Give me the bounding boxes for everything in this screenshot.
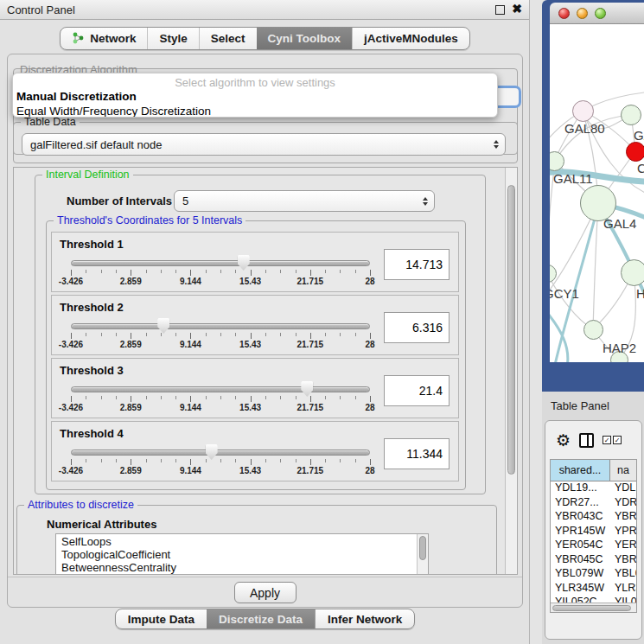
minimize-traffic-light[interactable]	[577, 8, 588, 19]
tab-impute-data[interactable]: Impute Data	[116, 609, 207, 628]
threshold-4-label: Threshold 4	[60, 427, 124, 440]
node-label-gcy1: GCY1	[550, 286, 579, 301]
slider-ticks	[71, 395, 370, 402]
dropdown-option-equal-width-frequency[interactable]: Equal Width/Frequency Discretization	[13, 104, 497, 118]
settings-scrollpane: Interval Definition Number of Intervals …	[13, 167, 518, 575]
table-panel-section: Table Panel ⚙ ✓ ✓ shared... na YDL19...Y…	[542, 392, 644, 644]
checkbox-icon[interactable]: ✓	[613, 436, 622, 444]
tab-infer-network[interactable]: Infer Network	[315, 609, 414, 628]
number-of-intervals-label: Number of Intervals	[67, 194, 172, 207]
gear-icon[interactable]: ⚙	[556, 432, 571, 449]
table-row[interactable]: YBR043CYBR0	[551, 510, 636, 525]
network-node-hap2[interactable]	[583, 320, 603, 340]
tab-label: Infer Network	[328, 613, 402, 626]
threshold-2-slider[interactable]: -3.4262.8599.14415.4321.71528	[71, 320, 370, 349]
table-row[interactable]: YBR045CYBR0	[551, 553, 636, 568]
screen: Control Panel ✖ Network	[0, 0, 644, 644]
split-columns-icon[interactable]	[579, 433, 594, 448]
table-row[interactable]: YPR145WYPR1	[551, 525, 636, 539]
top-tabbar: Network Style Select Cyni Toolbox jActiv…	[0, 27, 530, 50]
tab-label: Network	[90, 32, 136, 45]
settings-vertical-scrollbar[interactable]	[505, 168, 517, 574]
network-node-gal80[interactable]	[572, 100, 594, 122]
tab-jactivemnodules[interactable]: jActiveMNodules	[352, 28, 469, 49]
node-label-hap2: HAP2	[603, 341, 636, 355]
list-item-selfloops[interactable]: SelfLoops	[56, 534, 428, 547]
threshold-2-label: Threshold 2	[60, 301, 124, 314]
list-item-topologicalcoefficient[interactable]: TopologicalCoefficient	[56, 547, 428, 560]
attributes-group: Attributes to discretize Numerical Attri…	[16, 505, 497, 575]
node-label-gal4: GAL4	[603, 216, 636, 231]
column-header-name[interactable]: na	[610, 460, 636, 481]
float-window-icon[interactable]	[495, 5, 505, 15]
number-of-intervals-value: 5	[182, 194, 188, 207]
tab-cyni-toolbox[interactable]: Cyni Toolbox	[257, 28, 353, 49]
threshold-1-value-field[interactable]: 14.713	[384, 249, 450, 280]
table-row[interactable]: YER054CYER0	[551, 539, 636, 553]
slider-track[interactable]	[71, 386, 370, 392]
threshold-4-value-field[interactable]: 11.344	[384, 438, 450, 469]
table-row[interactable]: YLR345WYLR3	[551, 582, 636, 596]
network-node[interactable]	[621, 105, 641, 125]
numerical-attributes-list: SelfLoops TopologicalCoefficient Between…	[55, 533, 429, 575]
zoom-traffic-light[interactable]	[595, 8, 606, 19]
list-item-betweennesscentrality[interactable]: BetweennessCentrality	[56, 560, 428, 573]
tab-label: Impute Data	[128, 613, 194, 626]
bottom-tabbar: Impute Data Discretize Data Infer Networ…	[0, 609, 530, 629]
threshold-2-panel: Threshold 2 -3.4262.8599.14415.4321.7152…	[51, 295, 459, 355]
tab-select[interactable]: Select	[199, 28, 257, 49]
slider-tick-labels: -3.4262.8599.14415.4321.71528	[71, 340, 370, 349]
tab-network[interactable]: Network	[61, 28, 147, 49]
network-canvas[interactable]: GAL80 GA GAL11 C GAL4 GCY1 H HAP2	[550, 24, 644, 362]
dropdown-placeholder: Select algorithm to view settings	[13, 76, 497, 89]
tab-label: Select	[211, 32, 245, 45]
threshold-3-slider[interactable]: -3.4262.8599.14415.4321.71528	[71, 383, 370, 412]
threshold-3-value-field[interactable]: 21.4	[384, 375, 450, 406]
slider-ticks	[71, 269, 370, 276]
apply-button[interactable]: Apply	[234, 582, 296, 603]
threshold-4-panel: Threshold 4 -3.4262.8599.14415.4321.7152…	[51, 421, 459, 481]
thresholds-group: Threshold's Coordinates for 5 Intervals …	[46, 220, 466, 490]
spinner-arrows-icon	[494, 140, 499, 149]
checkbox-icon[interactable]: ✓	[603, 436, 611, 444]
cyni-toolbox-panel: Discretization Algorithm Select algorith…	[7, 54, 523, 608]
tab-style[interactable]: Style	[147, 28, 198, 49]
thresholds-group-title: Threshold's Coordinates for 5 Intervals	[54, 214, 245, 226]
threshold-3-panel: Threshold 3 -3.4262.8599.14415.4321.7152…	[51, 358, 459, 418]
table-row[interactable]: YDL19...YDL1	[551, 481, 636, 496]
control-panel-title: Control Panel	[7, 3, 75, 16]
table-row[interactable]: YDR27...YDR2	[551, 496, 636, 511]
tab-label: Discretize Data	[219, 613, 303, 626]
number-of-intervals-combobox[interactable]: 5	[174, 190, 435, 212]
scrollbar-thumb[interactable]	[507, 185, 515, 475]
node-label-gal80: GAL80	[564, 121, 605, 136]
network-node-h[interactable]	[621, 259, 644, 286]
scrollbar-thumb[interactable]	[419, 536, 426, 560]
slider-tick-labels: -3.4262.8599.14415.4321.71528	[71, 466, 370, 475]
interval-definition-title: Interval Definition	[42, 169, 133, 181]
network-view-window: GAL80 GA GAL11 C GAL4 GCY1 H HAP2	[542, 0, 644, 392]
threshold-4-slider[interactable]: -3.4262.8599.14415.4321.71528	[71, 446, 370, 475]
tab-discretize-data[interactable]: Discretize Data	[207, 609, 315, 628]
network-node-selected-red[interactable]	[626, 142, 644, 162]
threshold-2-value-field[interactable]: 6.316	[384, 312, 450, 343]
close-traffic-light[interactable]	[558, 8, 570, 19]
scrollbar-thumb[interactable]	[552, 605, 631, 611]
spinner-arrows-icon	[423, 197, 428, 206]
node-label-truncated: GA	[634, 128, 644, 143]
threshold-1-slider[interactable]: -3.4262.8599.14415.4321.71528	[71, 257, 370, 286]
slider-track[interactable]	[71, 323, 370, 329]
dropdown-option-manual-discretization[interactable]: Manual Discretization	[13, 89, 497, 104]
list-vertical-scrollbar[interactable]	[417, 534, 428, 574]
column-header-shared-name[interactable]: shared...	[551, 460, 610, 481]
threshold-3-label: Threshold 3	[60, 364, 124, 377]
table-data-combobox[interactable]: galFiltered.sif default node	[22, 133, 506, 156]
table-data-combobox-value: galFiltered.sif default node	[30, 138, 162, 151]
column-visibility-icons: ✓ ✓	[603, 436, 622, 444]
control-panel-titlebar: Control Panel ✖	[0, 0, 529, 20]
slider-track[interactable]	[71, 450, 370, 456]
table-row[interactable]: YBL079WYBL0	[551, 567, 636, 582]
close-icon[interactable]: ✖	[512, 2, 522, 16]
slider-track[interactable]	[71, 260, 370, 266]
table-horizontal-scrollbar[interactable]	[551, 603, 636, 612]
